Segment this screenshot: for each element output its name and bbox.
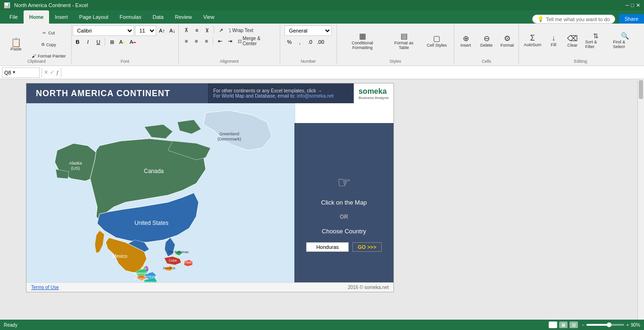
scrollbar-thumb[interactable] — [639, 80, 643, 99]
find-select-button[interactable]: 🔍 Find & Select — [611, 27, 639, 54]
logo-sub: Business Analysis — [359, 96, 389, 100]
tab-review[interactable]: Review — [169, 10, 198, 24]
cancel-formula-icon[interactable]: ✕ — [44, 69, 48, 75]
terms-of-use-link[interactable]: Terms of Use — [31, 285, 59, 290]
decrease-font-btn[interactable]: A↓ — [167, 26, 177, 35]
map-footer: Terms of Use 2016 © someka.net — [26, 282, 393, 292]
el-salvador-label: El Salvador — [134, 277, 149, 280]
page-break-view-btn[interactable]: ▥ — [569, 322, 578, 328]
insert-button[interactable]: ⊕ Insert — [456, 27, 475, 54]
cell-ref-dropdown[interactable]: ▼ — [12, 70, 16, 74]
fill-color-button[interactable]: A▬ — [117, 37, 127, 47]
autosum-button[interactable]: Σ AutoSum — [522, 27, 543, 54]
editing-label: Editing — [519, 59, 642, 64]
zoom-level: 90% — [631, 322, 640, 328]
cell-reference-box[interactable]: Q8 ▼ — [2, 67, 40, 78]
delete-icon: ⊖ — [484, 34, 490, 43]
zoom-in-btn[interactable]: + — [626, 322, 629, 328]
copyright-text: 2016 © someka.net — [348, 285, 389, 290]
align-bottom-btn[interactable]: ⊻ — [202, 25, 212, 35]
insert-function-icon[interactable]: ƒ — [56, 70, 59, 75]
share-button[interactable]: Share — [619, 14, 644, 24]
underline-button[interactable]: U — [93, 37, 103, 47]
format-as-table-button[interactable]: ▤ Format as Table — [387, 27, 421, 54]
minimize-btn[interactable]: ─ — [626, 2, 629, 8]
lightbulb-icon: 💡 — [537, 16, 544, 22]
styles-label: Styles — [337, 59, 454, 64]
align-middle-btn[interactable]: ≡ — [192, 25, 201, 35]
format-painter-icon: 🖌 — [32, 54, 36, 58]
comma-btn[interactable]: , — [295, 37, 304, 47]
italic-button[interactable]: I — [83, 37, 92, 47]
tell-me-box[interactable]: 💡 Tell me what you want to do — [532, 15, 615, 24]
conditional-formatting-icon: ▦ — [359, 32, 366, 41]
format-button[interactable]: ⚙ Format — [498, 27, 517, 54]
cell-ref-value: Q8 — [4, 70, 11, 75]
click-map-text: Click on the Map — [321, 199, 367, 206]
cuba-label: Cuba — [169, 259, 177, 262]
alaska-label: Alaska — [69, 161, 82, 165]
increase-indent-btn[interactable]: ⇥ — [226, 36, 234, 46]
number-format-select[interactable]: General — [284, 25, 332, 36]
tab-formulas[interactable]: Formulas — [114, 10, 147, 24]
status-bar: Ready ▤ ▦ ▥ − + 90% — [0, 320, 644, 330]
bold-button[interactable]: B — [73, 37, 82, 47]
clear-button[interactable]: ⌫ Clear — [564, 27, 581, 54]
fill-icon: ↓ — [552, 34, 555, 42]
go-button[interactable]: GO >>> — [352, 242, 381, 252]
maximize-btn[interactable]: □ — [631, 2, 634, 8]
close-btn[interactable]: ✕ — [636, 2, 640, 8]
increase-decimal-btn[interactable]: .00 — [316, 37, 325, 47]
us-label: United States — [134, 220, 168, 226]
rotate-text-btn[interactable]: ↗ — [216, 25, 226, 35]
tell-me-text: Tell me what you want to do — [546, 16, 610, 22]
align-left-btn[interactable]: ≡ — [182, 36, 191, 46]
percent-btn[interactable]: % — [284, 37, 294, 47]
confirm-formula-icon[interactable]: ✓ — [50, 69, 54, 75]
conditional-formatting-button[interactable]: ▦ Conditional Formatting — [340, 27, 385, 54]
fill-button[interactable]: ↓ Fill — [545, 27, 562, 54]
sort-filter-button[interactable]: ⇅ Sort & Filter — [583, 27, 609, 54]
zoom-out-btn[interactable]: − — [582, 322, 585, 328]
someka-logo: someka Business Analysis — [353, 83, 393, 103]
alignment-label: Alignment — [179, 59, 280, 64]
delete-button[interactable]: ⊖ Delete — [477, 27, 496, 54]
cell-styles-button[interactable]: ▢ Cell Styles — [423, 27, 451, 54]
vertical-scrollbar[interactable] — [637, 79, 644, 320]
normal-view-btn[interactable]: ▤ — [549, 322, 557, 328]
find-icon: 🔍 — [621, 32, 629, 40]
increase-font-btn[interactable]: A↑ — [157, 26, 167, 35]
wrap-text-button[interactable]: ⤵ Wrap Text — [226, 26, 256, 34]
map-visual[interactable]: Greenland (Denmmark) Alaska (US) Canada … — [26, 103, 295, 282]
font-name-select[interactable]: Calibri — [73, 25, 134, 36]
tab-insert[interactable]: Insert — [49, 10, 74, 24]
borders-button[interactable]: ⊞ — [107, 37, 117, 47]
paste-icon: 📋 — [11, 38, 21, 47]
merge-icon: ⊡ — [238, 39, 242, 44]
merge-center-button[interactable]: ⊡ Merge & Center — [235, 37, 277, 45]
font-size-select[interactable]: 11 — [135, 25, 156, 36]
formula-input[interactable] — [63, 70, 642, 75]
clipboard-label: Clipboard — [2, 59, 71, 64]
insert-icon: ⊕ — [463, 34, 469, 43]
na-map-svg[interactable]: Greenland (Denmmark) Alaska (US) Canada … — [26, 103, 295, 282]
tab-page-layout[interactable]: Page Layout — [74, 10, 114, 24]
tab-file[interactable]: File — [4, 10, 24, 24]
info-line1: For other continents or any Excel templa… — [213, 88, 348, 93]
tab-home[interactable]: Home — [24, 10, 50, 24]
copy-button[interactable]: ⧉ Copy — [29, 41, 68, 49]
page-layout-view-btn[interactable]: ▦ — [559, 322, 568, 328]
decrease-indent-btn[interactable]: ⇤ — [215, 36, 224, 46]
country-input[interactable] — [306, 242, 349, 252]
tab-view[interactable]: View — [198, 10, 220, 24]
font-color-button[interactable]: A▬ — [128, 37, 137, 47]
align-top-btn[interactable]: ⊼ — [182, 25, 191, 35]
paste-button[interactable]: 📋 Paste — [7, 32, 25, 58]
map-title: NORTH AMERICA CONTINENT — [36, 89, 170, 99]
tab-data[interactable]: Data — [147, 10, 169, 24]
align-center-btn[interactable]: ≡ — [192, 36, 201, 46]
decrease-decimal-btn[interactable]: .0 — [305, 37, 315, 47]
align-right-btn[interactable]: ≡ — [202, 36, 211, 46]
svg-text:(US): (US) — [71, 166, 80, 171]
cut-button[interactable]: ✂ Cut — [29, 29, 68, 37]
